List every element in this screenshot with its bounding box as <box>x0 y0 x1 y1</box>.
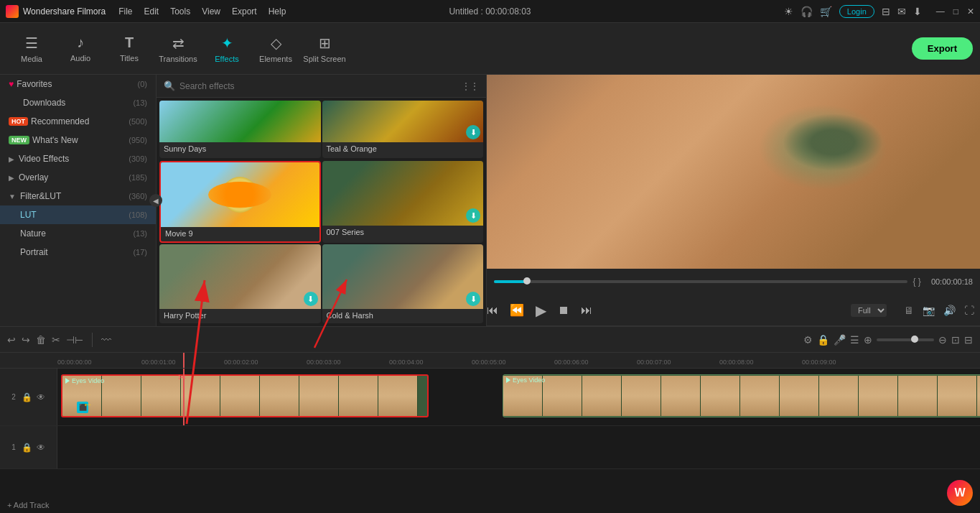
transitions-icon: ⇄ <box>172 34 185 52</box>
sidebar-label-portrait: Portrait <box>20 247 133 257</box>
step-back-button[interactable]: ⏪ <box>510 303 524 317</box>
lock-icon-2[interactable]: 🔒 <box>22 392 32 402</box>
effect-harry-potter[interactable]: ⬇ Harry Potter <box>159 244 321 323</box>
sidebar-item-favorites[interactable]: ♥ Favorites (0) <box>0 75 156 93</box>
headset-icon[interactable]: 🎧 <box>801 6 813 17</box>
download-overlay-007: ⬇ <box>466 208 480 223</box>
split-button[interactable]: ⊣⊢ <box>66 334 83 346</box>
collapse-arrow[interactable]: ◀ <box>149 194 162 207</box>
go-to-start-button[interactable]: ⏮ <box>487 304 498 317</box>
search-icon: 🔍 <box>164 80 175 91</box>
stop-button[interactable]: ⏹ <box>558 304 569 317</box>
volume-icon[interactable]: 🔊 <box>943 305 956 316</box>
redo-button[interactable]: ↪ <box>22 334 30 346</box>
settings-button[interactable]: ⚙ <box>803 334 813 346</box>
fit-button[interactable]: ⊡ <box>951 334 960 346</box>
clip-header-2: Eyes Video <box>506 376 545 384</box>
menu-view[interactable]: View <box>202 6 220 17</box>
fullscreen-icon[interactable]: ⛶ <box>964 305 974 316</box>
effect-label-movie9: Movie 9 <box>161 227 319 240</box>
zoom-thumb <box>911 336 918 343</box>
toolbar-elements[interactable]: ◇ Elements <box>251 27 300 70</box>
effect-sunny-days[interactable]: Sunny Days <box>159 101 321 158</box>
quality-select[interactable]: Full 1/2 1/4 <box>851 304 887 317</box>
left-panel: ♥ Favorites (0) Downloads (13) HOT Recom… <box>0 75 157 326</box>
effect-thumb-harry: ⬇ <box>159 244 321 309</box>
menu-help[interactable]: Help <box>269 6 286 17</box>
toolbar-transitions[interactable]: ⇄ Transitions <box>154 27 202 70</box>
effect-cold-harsh[interactable]: ⬇ Cold & Harsh <box>322 244 484 323</box>
ts-0: 00:00:00:00 <box>57 359 92 366</box>
project-title: Untitled : 00:00:08:03 <box>449 6 531 17</box>
sun-icon[interactable]: ☀ <box>784 6 793 17</box>
zoom-in-button[interactable]: ⊕ <box>864 334 872 346</box>
split-screen-icon: ⊞ <box>319 34 331 52</box>
eye-icon-1[interactable]: 👁 <box>37 443 45 453</box>
sidebar-item-downloads[interactable]: Downloads (13) <box>0 93 156 112</box>
login-button[interactable]: Login <box>839 5 874 18</box>
magnet-button[interactable]: 🔒 <box>817 334 829 346</box>
video-clip-1[interactable]: Eyes Video <box>61 374 429 417</box>
effect-007[interactable]: ⬇ 007 Series <box>322 161 484 243</box>
frame-4 <box>181 376 220 416</box>
effect-movie9[interactable]: Movie 9 <box>159 161 321 243</box>
download-overlay-teal: ⬇ <box>466 125 480 139</box>
menu-export[interactable]: Export <box>232 6 257 17</box>
effect-thumb-movie9 <box>161 162 319 227</box>
minimize-button[interactable]: — <box>936 6 945 17</box>
menu-tools[interactable]: Tools <box>170 6 190 17</box>
sidebar-item-whats-new[interactable]: NEW What's New (950) <box>0 131 156 149</box>
effect-thumb-007: ⬇ <box>322 161 484 226</box>
zoom-slider[interactable] <box>877 338 934 341</box>
maximize-button[interactable]: □ <box>953 6 958 17</box>
sidebar-item-portrait[interactable]: Portrait (17) <box>0 243 156 262</box>
effect-label-harry: Harry Potter <box>159 309 321 322</box>
sidebar-item-recommended[interactable]: HOT Recommended (500) <box>0 112 156 131</box>
toolbar-media[interactable]: ☰ Media <box>7 27 56 70</box>
eye-icon-2[interactable]: 👁 <box>37 392 45 402</box>
toolbar-effects[interactable]: ✦ Effects <box>202 27 251 70</box>
caption-button[interactable]: ☰ <box>850 334 859 346</box>
search-input[interactable] <box>179 81 457 91</box>
camera-icon[interactable]: 📷 <box>923 305 935 316</box>
sidebar-count-whats-new: (950) <box>129 136 147 144</box>
zoom-out-button[interactable]: ⊖ <box>938 334 947 346</box>
undo-button[interactable]: ↩ <box>7 334 16 346</box>
frame-14 <box>661 376 701 416</box>
sidebar-item-nature[interactable]: Nature (13) <box>0 224 156 243</box>
sidebar-item-lut[interactable]: LUT (108) <box>0 205 156 224</box>
cart-icon[interactable]: 🛒 <box>820 6 832 17</box>
toolbar-audio[interactable]: ♪ Audio <box>56 27 105 70</box>
sidebar-item-filter-lut[interactable]: ▼ Filter&LUT (360) <box>0 187 156 205</box>
lock-icon-1[interactable]: 🔒 <box>22 443 32 453</box>
toolbar-split-screen[interactable]: ⊞ Split Screen <box>300 27 349 70</box>
export-button[interactable]: Export <box>912 37 973 60</box>
expand-button[interactable]: ⊟ <box>964 334 973 346</box>
grid-view-icon[interactable]: ⋮⋮ <box>462 81 479 91</box>
add-track-button[interactable]: + Add Track <box>7 500 49 510</box>
toolbar-titles[interactable]: T Titles <box>105 27 154 70</box>
frame-5 <box>220 376 260 416</box>
app-name: Wondershare Filmora <box>23 6 106 17</box>
screenshot-icon[interactable]: 🖥 <box>904 305 914 316</box>
mic-button[interactable]: 🎤 <box>834 334 846 346</box>
mail-icon[interactable]: ✉ <box>897 6 906 17</box>
audio-waveform-button[interactable]: 〰 <box>101 334 111 346</box>
time-slider[interactable] <box>494 280 907 283</box>
video-clip-2[interactable]: Eyes Video <box>503 374 980 417</box>
download-icon[interactable]: ⬇ <box>913 6 922 17</box>
menu-edit[interactable]: Edit <box>144 6 159 17</box>
cut-button[interactable]: ✂ <box>52 334 60 346</box>
menu-file[interactable]: File <box>118 6 132 17</box>
track-row-1: 1 🔒 👁 <box>0 426 980 469</box>
bracket-in[interactable]: { } <box>913 277 921 287</box>
play-button[interactable]: ▶ <box>536 302 546 319</box>
delete-button[interactable]: 🗑 <box>36 334 46 346</box>
bookmark-icon[interactable]: ⊟ <box>882 6 890 17</box>
sidebar-item-overlay[interactable]: ▶ Overlay (185) <box>0 168 156 187</box>
effect-teal-orange[interactable]: ⬇ Teal & Orange <box>322 101 484 158</box>
audio-label: Audio <box>70 54 90 63</box>
close-button[interactable]: ✕ <box>967 6 974 17</box>
sidebar-item-video-effects[interactable]: ▶ Video Effects (309) <box>0 149 156 168</box>
go-to-end-button[interactable]: ⏭ <box>581 304 592 317</box>
